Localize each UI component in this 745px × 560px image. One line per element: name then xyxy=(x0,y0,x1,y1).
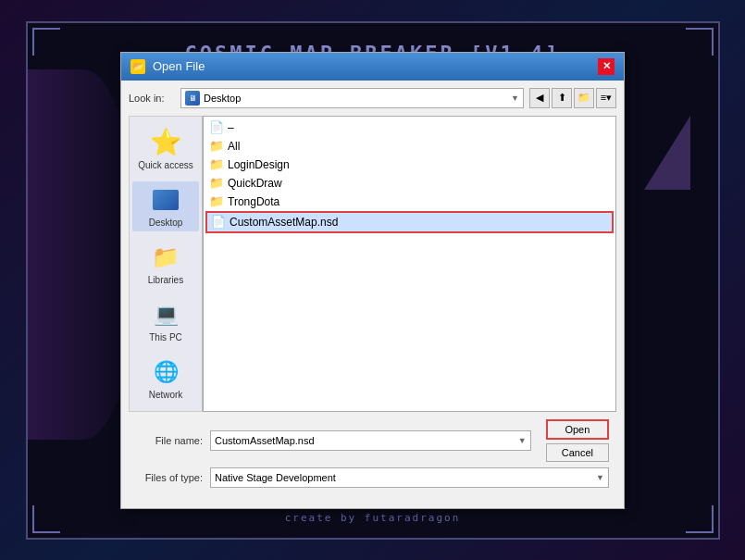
desktop-icon-small: 🖥 xyxy=(185,91,200,106)
new-folder-button[interactable]: 📁 xyxy=(574,88,594,108)
filetype-label: Files of type: xyxy=(136,472,203,483)
filetype-text: Native Stage Development xyxy=(215,472,336,483)
list-item[interactable]: 📁 TrongDota xyxy=(205,193,614,211)
file-name: TrongDota xyxy=(228,195,279,208)
filename-label: File name: xyxy=(136,435,203,446)
sidebar-label-quick-access: Quick access xyxy=(138,160,192,170)
sidebar-item-network[interactable]: 🌐 Network xyxy=(132,354,199,404)
dialog-titlebar: 📂 Open File ✕ xyxy=(121,53,624,81)
view-menu-button[interactable]: ≡▾ xyxy=(596,88,616,108)
filetype-display[interactable]: Native Stage Development ▼ xyxy=(210,467,609,488)
file-icon-selected: 📄 xyxy=(211,215,226,230)
open-file-dialog: 📂 Open File ✕ Look in: 🖥 Desktop ▼ ◀ xyxy=(120,52,625,509)
dialog-overlay: 📂 Open File ✕ Look in: 🖥 Desktop ▼ ◀ xyxy=(0,0,745,560)
folder-icon: 📁 xyxy=(209,194,224,209)
filename-input-wrap: CustomAssetMap.nsd ▼ xyxy=(210,430,531,451)
filetype-input-wrap: Native Stage Development ▼ xyxy=(210,467,609,488)
list-item[interactable]: 📁 LoginDesign xyxy=(205,156,614,174)
dialog-icon: 📂 xyxy=(130,59,145,74)
file-name: LoginDesign xyxy=(228,158,290,171)
action-buttons: Open Cancel xyxy=(546,419,609,462)
file-name: QuickDraw xyxy=(228,177,282,190)
dialog-title: Open File xyxy=(153,59,205,73)
desktop-sidebar-icon xyxy=(151,185,180,215)
sidebar-item-libraries[interactable]: 📁 Libraries xyxy=(132,239,199,289)
dialog-bottom: File name: CustomAssetMap.nsd ▼ Open Can… xyxy=(129,412,616,501)
look-in-dropdown-left: 🖥 Desktop xyxy=(185,91,241,106)
folder-icon: 📁 xyxy=(209,176,224,191)
sidebar-label-network: Network xyxy=(149,390,183,400)
cancel-button[interactable]: Cancel xyxy=(546,443,609,462)
up-folder-button[interactable]: ⬆ xyxy=(552,88,572,108)
open-button[interactable]: Open xyxy=(546,419,609,440)
places-sidebar: ⭐ Quick access Desktop 📁 Libraries xyxy=(129,116,203,412)
filetype-row: Files of type: Native Stage Development … xyxy=(136,467,609,488)
sidebar-item-desktop[interactable]: Desktop xyxy=(132,181,199,231)
dialog-body: Look in: 🖥 Desktop ▼ ◀ ⬆ 📁 ≡▾ xyxy=(121,81,624,508)
look-in-dropdown[interactable]: 🖥 Desktop ▼ xyxy=(180,88,524,108)
look-in-value: Desktop xyxy=(204,93,241,104)
file-list: 📄 – 📁 All 📁 LoginDesign 📁 QuickDraw xyxy=(203,116,616,412)
look-in-label: Look in: xyxy=(129,93,175,104)
dialog-content: ⭐ Quick access Desktop 📁 Libraries xyxy=(129,116,616,412)
filename-row: File name: CustomAssetMap.nsd ▼ Open Can… xyxy=(136,419,609,462)
back-button[interactable]: ◀ xyxy=(529,88,550,108)
folder-icon: 📁 xyxy=(209,157,224,172)
folder-icon: 📁 xyxy=(209,139,224,154)
sidebar-label-desktop: Desktop xyxy=(149,218,183,228)
filename-display[interactable]: CustomAssetMap.nsd ▼ xyxy=(210,430,531,451)
filename-text: CustomAssetMap.nsd xyxy=(215,435,315,446)
list-item[interactable]: 📄 – xyxy=(205,118,614,137)
file-name: All xyxy=(228,140,240,153)
file-icon: 📄 xyxy=(209,120,224,135)
list-item-selected[interactable]: 📄 CustomAssetMap.nsd xyxy=(205,211,614,233)
list-item[interactable]: 📁 All xyxy=(205,137,614,156)
libraries-icon: 📁 xyxy=(151,243,180,272)
network-icon: 🌐 xyxy=(151,357,180,387)
thispc-icon: 💻 xyxy=(151,300,180,330)
sidebar-label-this-pc: This PC xyxy=(149,332,182,342)
toolbar-icons: ◀ ⬆ 📁 ≡▾ xyxy=(529,88,616,108)
titlebar-left: 📂 Open File xyxy=(130,59,205,74)
file-name: – xyxy=(228,121,234,134)
close-button[interactable]: ✕ xyxy=(598,58,615,75)
sidebar-item-quick-access[interactable]: ⭐ Quick access xyxy=(132,124,199,174)
list-item[interactable]: 📁 QuickDraw xyxy=(205,174,614,193)
sidebar-label-libraries: Libraries xyxy=(148,275,183,285)
dropdown-arrow-icon: ▼ xyxy=(511,93,519,103)
look-in-bar: Look in: 🖥 Desktop ▼ ◀ ⬆ 📁 ≡▾ xyxy=(129,88,616,108)
filetype-dropdown-arrow: ▼ xyxy=(596,473,604,482)
filename-dropdown-arrow: ▼ xyxy=(518,436,527,445)
selected-file-name: CustomAssetMap.nsd xyxy=(230,216,338,229)
quick-access-icon: ⭐ xyxy=(151,128,180,157)
sidebar-item-this-pc[interactable]: 💻 This PC xyxy=(132,296,199,346)
